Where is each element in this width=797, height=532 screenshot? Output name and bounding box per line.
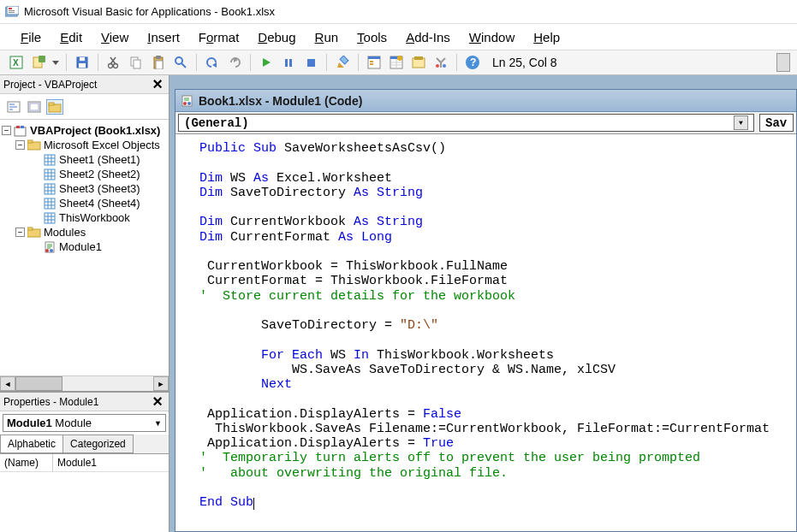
svg-point-46 (443, 64, 446, 68)
find-icon[interactable] (171, 53, 190, 72)
svg-rect-8 (39, 56, 45, 62)
undo-icon[interactable] (203, 53, 222, 72)
svg-rect-11 (80, 57, 85, 61)
menu-edit[interactable]: Edit (51, 27, 91, 48)
menu-addins[interactable]: Add-Ins (397, 27, 459, 48)
svg-rect-43 (414, 56, 423, 60)
excel-icon[interactable]: X (7, 53, 26, 72)
window-title: Microsoft Visual Basic for Applications … (24, 5, 275, 18)
svg-rect-35 (370, 63, 373, 65)
separator (66, 54, 67, 71)
svg-rect-20 (156, 56, 161, 59)
separator (358, 54, 359, 71)
svg-rect-12 (79, 63, 86, 68)
window-titlebar: Microsoft Visual Basic for Applications … (0, 0, 797, 24)
svg-marker-24 (212, 62, 217, 68)
svg-line-23 (181, 63, 186, 68)
svg-point-41 (397, 56, 402, 61)
copy-icon[interactable] (127, 53, 146, 72)
menu-insert[interactable]: Insert (139, 27, 188, 48)
close-project-panel-icon[interactable]: × (150, 74, 165, 75)
project-explorer-icon[interactable] (365, 53, 384, 72)
svg-marker-30 (337, 62, 344, 68)
menu-help[interactable]: Help (525, 27, 568, 48)
insert-module-icon[interactable] (29, 53, 48, 72)
menu-window[interactable]: Window (461, 27, 523, 48)
design-mode-icon[interactable] (333, 53, 352, 72)
menu-file[interactable]: File (12, 27, 50, 48)
help-icon[interactable]: ? (463, 53, 482, 72)
separator (326, 54, 327, 71)
separator (196, 54, 197, 71)
svg-rect-21 (156, 61, 163, 69)
paste-icon[interactable] (149, 53, 168, 72)
svg-rect-3 (9, 10, 15, 11)
menu-tools[interactable]: Tools (348, 27, 396, 48)
svg-rect-31 (340, 56, 348, 64)
toolbar-overflow[interactable] (776, 53, 790, 72)
dropdown-arrow-icon[interactable] (51, 53, 60, 72)
main-toolbar: X ? Ln 25, Col 8 (0, 50, 797, 75)
cut-icon[interactable] (104, 53, 123, 72)
run-icon[interactable] (257, 53, 276, 72)
menu-format[interactable]: Format (190, 27, 248, 48)
svg-rect-34 (370, 61, 373, 62)
svg-rect-27 (285, 59, 288, 67)
separator (250, 54, 251, 71)
break-icon[interactable] (279, 53, 298, 72)
menubar: File Edit View Insert Format Debug Run T… (0, 24, 797, 50)
svg-point-15 (109, 64, 113, 68)
svg-marker-9 (52, 61, 59, 65)
svg-point-22 (175, 57, 182, 64)
menu-debug[interactable]: Debug (249, 27, 304, 48)
vba-app-icon (5, 6, 19, 18)
svg-rect-29 (307, 59, 315, 67)
menu-run[interactable]: Run (306, 27, 348, 48)
redo-icon[interactable] (225, 53, 244, 72)
object-browser-icon[interactable] (409, 53, 428, 72)
svg-rect-33 (368, 56, 380, 59)
svg-rect-28 (289, 59, 292, 67)
svg-marker-26 (263, 58, 271, 67)
separator (98, 54, 98, 71)
svg-text:X: X (13, 58, 19, 68)
save-icon[interactable] (73, 53, 92, 72)
svg-rect-2 (9, 8, 12, 9)
separator (456, 54, 457, 71)
svg-rect-18 (134, 60, 140, 68)
properties-window-icon[interactable] (387, 53, 406, 72)
menu-view[interactable]: View (92, 27, 137, 48)
svg-point-16 (114, 64, 118, 68)
svg-rect-4 (9, 12, 15, 13)
svg-point-45 (436, 64, 439, 68)
reset-icon[interactable] (301, 53, 320, 72)
toolbox-icon[interactable] (431, 53, 450, 72)
cursor-position: Ln 25, Col 8 (492, 56, 557, 69)
svg-text:?: ? (470, 56, 476, 68)
